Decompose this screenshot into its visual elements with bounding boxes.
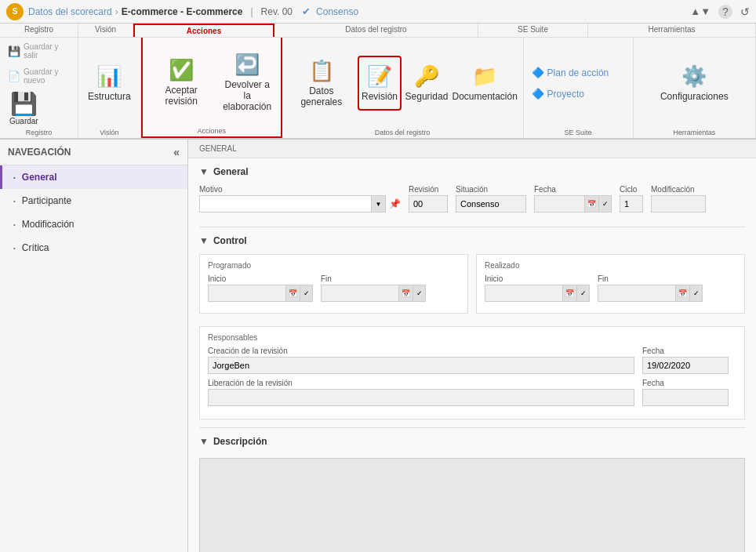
- guardar-nuevo-icon: 📄: [8, 71, 20, 82]
- motivo-select-wrapper: ▼ 📌: [199, 195, 401, 212]
- group-acciones: Acciones: [133, 24, 274, 37]
- prog-fin-check-icon[interactable]: ✓: [413, 285, 426, 302]
- prog-fin-group: Fin 📅 ✓: [321, 274, 426, 302]
- modificacion-group: Modificación: [651, 185, 706, 212]
- proyecto-button[interactable]: 🔷 Proyecto: [529, 86, 587, 101]
- situacion-label: Situación: [456, 185, 526, 194]
- control-toggle-icon[interactable]: ▼: [199, 235, 209, 246]
- ribbon-buttons: 💾 Guardar y salir 📄 Guardar y nuevo 💾 Gu…: [0, 38, 756, 138]
- descripcion-toggle-icon[interactable]: ▼: [199, 436, 209, 447]
- herramientas-label: Herramientas: [634, 129, 755, 136]
- prog-fin-label: Fin: [321, 274, 426, 283]
- seguridad-button[interactable]: 🔑 Seguridad: [403, 56, 450, 111]
- sidebar-item-general[interactable]: • General: [0, 165, 187, 189]
- real-inicio-calendar-icon[interactable]: 📅: [563, 285, 577, 302]
- configuraciones-button[interactable]: ⚙️ Configuraciones: [656, 56, 733, 111]
- real-inicio-check-icon[interactable]: ✓: [577, 285, 590, 302]
- descripcion-section-title: ▼ Descripción: [199, 436, 745, 447]
- general-toggle-icon[interactable]: ▼: [199, 166, 209, 177]
- group-se-suite: SE Suite: [478, 24, 588, 37]
- group-datos-registro: Datos del registro: [274, 24, 478, 37]
- plan-accion-button[interactable]: 🔷 Plan de acción: [529, 65, 612, 80]
- sidebar-item-critica[interactable]: • Crítica: [0, 236, 187, 260]
- sidebar-header: NAVEGACIÓN «: [0, 140, 187, 165]
- status-check-icon: ✔: [302, 5, 311, 17]
- general-section: ▼ General Motivo ▼ 📌 Revisión: [188, 158, 756, 227]
- aceptar-revision-label: Aceptar revisión: [152, 85, 211, 107]
- descripcion-textarea[interactable]: [199, 458, 745, 552]
- proyecto-icon: 🔷: [532, 88, 544, 100]
- prog-fin-input[interactable]: [321, 285, 399, 302]
- modificacion-label: Modificación: [651, 185, 706, 194]
- estructura-label: Estructura: [88, 91, 131, 102]
- creacion-input[interactable]: [208, 357, 634, 374]
- sidebar-item-participante[interactable]: • Participante: [0, 189, 187, 212]
- sidebar-label-modificacion: Modificación: [22, 219, 75, 230]
- prog-inicio-calendar-icon[interactable]: 📅: [286, 285, 300, 302]
- top-bar: S Datos del scorecard › E-commerce - E-c…: [0, 0, 756, 24]
- configuraciones-label: Configuraciones: [660, 91, 729, 102]
- motivo-pin-icon[interactable]: 📌: [389, 198, 401, 209]
- app-logo: S: [6, 3, 24, 20]
- liberacion-fecha-input[interactable]: [642, 389, 729, 406]
- fecha-check-icon[interactable]: ✓: [599, 195, 612, 212]
- motivo-select[interactable]: [199, 195, 372, 212]
- real-inicio-label: Inicio: [485, 274, 590, 283]
- prog-fin-calendar-icon[interactable]: 📅: [399, 285, 413, 302]
- liberacion-fecha-label: Fecha: [642, 379, 736, 387]
- prog-inicio-wrapper: 📅 ✓: [208, 285, 313, 302]
- realizado-label: Realizado: [485, 261, 736, 270]
- status-label: Consenso: [316, 6, 358, 17]
- real-fin-check-icon[interactable]: ✓: [690, 285, 703, 302]
- fecha-calendar-icon[interactable]: 📅: [585, 195, 599, 212]
- revision-label: Revisión: [362, 91, 398, 102]
- revision-button[interactable]: 📝 Revisión: [358, 56, 402, 111]
- datos-generales-label: Datos generales: [292, 85, 351, 107]
- aceptar-revision-button[interactable]: ✅ Aceptar revisión: [147, 55, 216, 110]
- programado-box: Programado Inicio 📅 ✓ Fin: [199, 254, 468, 314]
- datos-generales-icon: 📋: [309, 59, 334, 83]
- refresh-icon[interactable]: ↺: [740, 5, 750, 18]
- real-fin-input[interactable]: [598, 285, 676, 302]
- content-area: GENERAL ▼ General Motivo ▼ 📌: [188, 140, 756, 552]
- real-fin-label: Fin: [598, 274, 703, 283]
- real-inicio-wrapper: 📅 ✓: [485, 285, 590, 302]
- prog-inicio-check-icon[interactable]: ✓: [300, 285, 313, 302]
- sidebar-item-modificacion[interactable]: • Modificación: [0, 212, 187, 236]
- sidebar-header-label: NAVEGACIÓN: [8, 147, 71, 158]
- guardar-salir-button[interactable]: 💾 Guardar y salir: [5, 41, 73, 61]
- general-form-row: Motivo ▼ 📌 Revisión Situación: [199, 185, 745, 212]
- ciclo-label: Ciclo: [620, 185, 643, 194]
- devolver-elaboracion-icon: ↩️: [234, 53, 260, 77]
- prog-inicio-input[interactable]: [208, 285, 286, 302]
- situacion-input[interactable]: [456, 195, 526, 212]
- fecha-input[interactable]: [534, 195, 585, 212]
- collapse-icon[interactable]: ▲▼: [690, 5, 711, 17]
- revision-group: Revisión: [409, 185, 448, 212]
- acciones-label: Acciones: [143, 127, 281, 135]
- group-vision: Visión: [78, 24, 133, 37]
- estructura-button[interactable]: 📊 Estructura: [83, 56, 136, 111]
- real-fin-calendar-icon[interactable]: 📅: [676, 285, 690, 302]
- documentacion-button[interactable]: 📁 Documentación: [452, 56, 518, 111]
- breadcrumb-parent[interactable]: Datos del scorecard: [28, 6, 112, 17]
- content-section-header: GENERAL: [188, 140, 756, 158]
- sidebar-collapse-button[interactable]: «: [173, 146, 180, 158]
- revision-input[interactable]: [409, 195, 448, 212]
- datos-generales-button[interactable]: 📋 Datos generales: [287, 56, 356, 111]
- real-inicio-input[interactable]: [485, 285, 563, 302]
- liberacion-fecha-group: Fecha: [642, 379, 736, 406]
- configuraciones-icon: ⚙️: [681, 64, 707, 89]
- programado-row: Inicio 📅 ✓ Fin 📅: [208, 274, 460, 302]
- motivo-select-arrow[interactable]: ▼: [372, 195, 386, 212]
- help-icon[interactable]: ?: [718, 5, 732, 19]
- ribbon-herramientas-section: ⚙️ Configuraciones Herramientas: [634, 38, 756, 138]
- creacion-fecha-input[interactable]: [642, 357, 729, 374]
- modificacion-input[interactable]: [651, 195, 706, 212]
- guardar-nuevo-button[interactable]: 📄 Guardar y nuevo: [5, 66, 73, 86]
- guardar-button[interactable]: 💾 Guardar: [5, 91, 43, 125]
- ciclo-input[interactable]: [620, 195, 643, 212]
- liberacion-input[interactable]: [208, 389, 634, 406]
- ribbon-vision-section: 📊 Estructura Visión: [78, 38, 141, 138]
- devolver-elaboracion-button[interactable]: ↩️ Devolver a la elaboración: [219, 55, 276, 110]
